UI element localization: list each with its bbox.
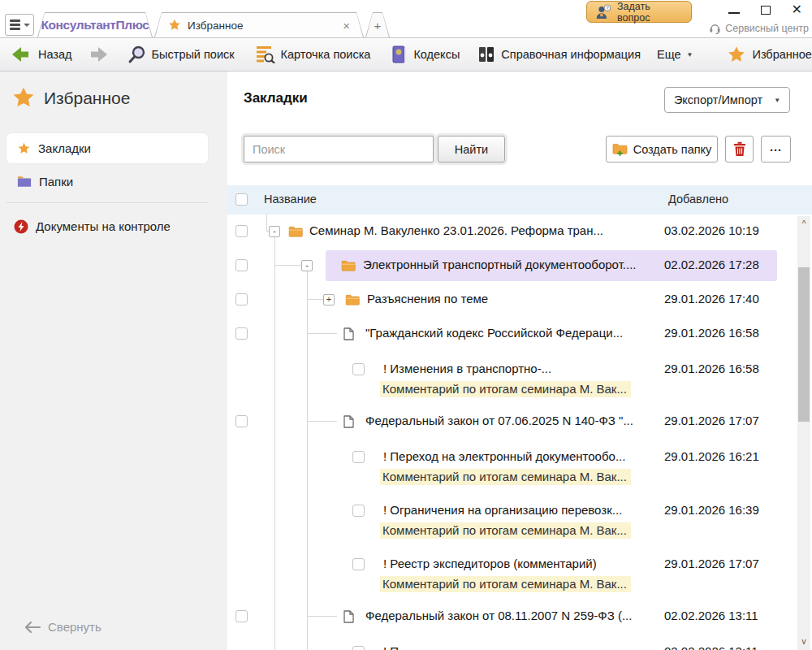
scroll-up-arrow[interactable]: ^ xyxy=(797,218,810,231)
row-name[interactable]: Федеральный закон от 08.11.2007 N 259-ФЗ… xyxy=(365,609,659,622)
tree-row[interactable]: "Гражданский кодекс Российской Федераци.… xyxy=(227,317,796,351)
delete-button[interactable] xyxy=(725,136,754,162)
row-checkbox[interactable] xyxy=(235,610,248,622)
export-import-button[interactable]: Экспорт/Импорт ▼ xyxy=(664,87,790,113)
tree-row[interactable]: ! П02.02.2026 13:11 xyxy=(227,634,796,650)
row-comment: Комментарий по итогам семинара М. Вак... xyxy=(380,522,631,539)
window-controls: ✕ xyxy=(728,3,809,16)
row-checkbox[interactable] xyxy=(352,451,365,463)
maximize-button[interactable] xyxy=(761,6,771,15)
row-name[interactable]: ! П xyxy=(383,644,659,650)
menu-caret-icon xyxy=(24,24,30,27)
row-date: 29.01.2026 17:07 xyxy=(664,557,759,570)
sidebar-item-documents-control[interactable]: Документы на контроле xyxy=(6,211,208,241)
ask-question-label: Задать вопрос xyxy=(617,1,683,24)
more-actions-button[interactable]: ... xyxy=(761,136,791,162)
tab-close-icon[interactable]: × xyxy=(339,19,353,32)
tree-row[interactable]: Федеральный закон от 08.11.2007 N 259-ФЗ… xyxy=(227,600,796,634)
search-input[interactable] xyxy=(244,136,434,162)
create-folder-button[interactable]: Создать папку xyxy=(606,136,718,162)
row-checkbox[interactable] xyxy=(235,259,248,271)
row-checkbox[interactable] xyxy=(235,225,248,237)
row-date: 02.02.2026 17:28 xyxy=(664,258,759,271)
row-name[interactable]: Разъяснения по теме xyxy=(367,292,659,306)
app-window: КонсультантПлюс Избранное × + ? З xyxy=(0,0,812,650)
row-name[interactable]: Электронный транспортный документооборот… xyxy=(363,258,659,271)
scrollbar-thumb[interactable] xyxy=(798,267,810,422)
back-arrow-icon xyxy=(11,46,32,63)
tree-row[interactable]: ! Изменения в транспортно-...Комментарий… xyxy=(227,351,796,405)
row-checkbox[interactable] xyxy=(352,558,365,570)
select-all-checkbox[interactable] xyxy=(235,193,248,206)
row-name[interactable]: ! Изменения в транспортно-... xyxy=(383,362,659,375)
codes-button[interactable]: Кодексы xyxy=(391,46,460,63)
tree-row[interactable]: ! Ограничения на организацию перевозк...… xyxy=(227,492,796,546)
row-date: 29.01.2026 17:40 xyxy=(664,292,759,306)
folder-icon xyxy=(17,176,32,188)
document-icon xyxy=(343,415,354,431)
new-tab-button[interactable]: + xyxy=(365,12,390,37)
table-header: Название Добавлено xyxy=(227,185,812,214)
tree-row[interactable]: -Электронный транспортный документооборо… xyxy=(227,249,796,283)
brand-tab[interactable]: КонсультантПлюс xyxy=(37,12,153,37)
tree-expander[interactable]: - xyxy=(269,226,280,237)
forward-button[interactable] xyxy=(87,46,108,63)
row-name[interactable]: Федеральный закон от 07.06.2025 N 140-ФЗ… xyxy=(365,414,659,427)
scroll-down-arrow[interactable]: v xyxy=(797,635,810,648)
row-checkbox[interactable] xyxy=(235,415,248,427)
ask-question-button[interactable]: ? Задать вопрос xyxy=(586,1,692,23)
favorites-button[interactable]: Избранное xyxy=(727,46,811,64)
sidebar-item-folders[interactable]: Папки xyxy=(6,167,208,197)
export-import-label: Экспорт/Импорт xyxy=(674,93,762,106)
row-name[interactable]: ! Ограничения на организацию перевозк... xyxy=(383,503,659,517)
hamburger-icon xyxy=(10,20,20,30)
book-icon xyxy=(391,46,408,63)
row-checkbox[interactable] xyxy=(352,363,365,375)
tab-favorites[interactable]: Избранное × xyxy=(154,12,364,37)
card-search-button[interactable]: Карточка поиска xyxy=(256,46,371,63)
row-checkbox[interactable] xyxy=(235,327,248,340)
service-center-link[interactable]: Сервисный центр xyxy=(709,23,809,34)
tree-line xyxy=(307,616,337,617)
minimize-button[interactable] xyxy=(728,12,740,14)
tree-expander[interactable]: - xyxy=(301,260,313,271)
reference-info-button[interactable]: Справочная информация xyxy=(477,46,641,63)
caret-down-icon: ▼ xyxy=(774,97,780,104)
sidebar-item-bookmarks[interactable]: Закладки xyxy=(6,133,208,163)
row-checkbox[interactable] xyxy=(352,505,365,517)
more-label: Еще xyxy=(657,48,681,61)
main-menu-button[interactable] xyxy=(5,14,34,36)
row-name[interactable]: ! Реестр экспедиторов (комментарий) xyxy=(383,557,659,570)
quick-search-button[interactable]: Быстрый поиск xyxy=(127,46,235,64)
sidebar-title: Избранное xyxy=(11,86,130,110)
tree-row[interactable]: ! Переход на электронный документообо...… xyxy=(227,439,796,492)
tree-row[interactable]: ! Реестр экспедиторов (комментарий)Комме… xyxy=(227,546,796,600)
star-icon xyxy=(17,142,31,155)
close-button[interactable]: ✕ xyxy=(792,3,802,16)
tree-row[interactable]: Федеральный закон от 07.06.2025 N 140-ФЗ… xyxy=(227,405,796,439)
star-icon xyxy=(168,19,181,32)
vertical-scrollbar[interactable]: ^ v xyxy=(797,216,810,650)
more-menu-button[interactable]: Еще ▼ xyxy=(657,48,693,61)
row-name[interactable]: Семинар М. Вакуленко 23.01.2026. Реформа… xyxy=(309,223,659,237)
sidebar-item-label: Папки xyxy=(39,175,73,188)
find-label: Найти xyxy=(455,143,488,156)
sidebar: Избранное Закладки Папки Документы на ко… xyxy=(0,72,227,650)
bookmarks-tree: -Семинар М. Вакуленко 23.01.2026. Реформ… xyxy=(227,214,796,650)
row-checkbox[interactable] xyxy=(235,293,248,306)
find-button[interactable]: Найти xyxy=(438,136,505,162)
back-button[interactable]: Назад xyxy=(11,46,72,63)
tree-expander[interactable]: + xyxy=(323,294,335,306)
tree-line xyxy=(307,333,337,334)
control-lightning-icon xyxy=(14,219,28,234)
collapse-sidebar-button[interactable]: Свернуть xyxy=(24,620,102,634)
folder-icon xyxy=(341,260,356,271)
row-name[interactable]: ! Переход на электронный документообо... xyxy=(383,449,659,463)
tree-row[interactable]: +Разъяснения по теме29.01.2026 17:40 xyxy=(227,283,796,317)
tree-row[interactable]: -Семинар М. Вакуленко 23.01.2026. Реформ… xyxy=(227,214,796,249)
plus-icon: + xyxy=(374,19,382,32)
caret-down-icon: ▼ xyxy=(687,51,693,58)
row-checkbox[interactable] xyxy=(352,646,365,650)
folder-icon xyxy=(288,226,303,240)
row-name[interactable]: "Гражданский кодекс Российской Федераци.… xyxy=(365,326,659,340)
